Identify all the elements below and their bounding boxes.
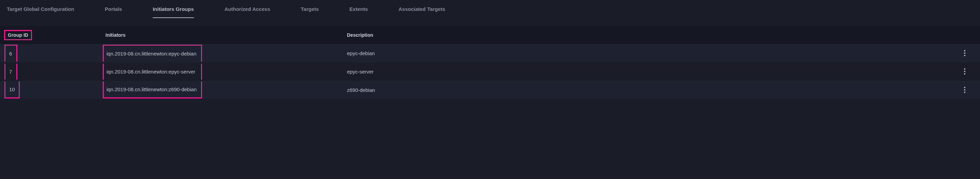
column-header-initiators[interactable]: Initiators <box>105 32 347 38</box>
cell-description: z690-debian <box>347 87 956 93</box>
tabs-bar: Target Global Configuration Portals Init… <box>0 0 980 18</box>
tab-target-global-configuration[interactable]: Target Global Configuration <box>7 0 74 18</box>
cell-group-id: 7 <box>5 64 18 80</box>
table-row[interactable]: 6 iqn.2019-08.cn.littlenewton:epyc-debia… <box>0 44 980 62</box>
tab-portals[interactable]: Portals <box>105 0 122 18</box>
tab-targets[interactable]: Targets <box>301 0 319 18</box>
tab-extents[interactable]: Extents <box>349 0 368 18</box>
table-header-row: Group ID Initiators Description <box>0 26 980 44</box>
cell-group-id: 10 <box>5 82 20 98</box>
row-actions-menu-icon[interactable] <box>961 68 968 75</box>
tab-authorized-access[interactable]: Authorized Access <box>224 0 270 18</box>
column-header-group-id[interactable]: Group ID <box>7 31 105 39</box>
tab-associated-targets[interactable]: Associated Targets <box>399 0 445 18</box>
cell-description: epyc-server <box>347 69 956 75</box>
cell-description: epyc-debian <box>347 50 956 56</box>
column-header-group-id-label: Group ID <box>4 30 32 40</box>
column-header-description[interactable]: Description <box>347 32 956 38</box>
table-row[interactable]: 7 iqn.2019-08.cn.littlenewton:epyc-serve… <box>0 62 980 81</box>
cell-group-id: 6 <box>5 45 18 62</box>
row-actions-menu-icon[interactable] <box>961 86 968 93</box>
cell-initiators: iqn.2019-08.cn.littlenewton:epyc-debian <box>103 45 202 62</box>
tab-initiators-groups[interactable]: Initiators Groups <box>153 0 194 18</box>
cell-initiators: iqn.2019-08.cn.littlenewton:z690-debian <box>103 82 202 98</box>
cell-initiators: iqn.2019-08.cn.littlenewton:epyc-server <box>103 64 202 80</box>
row-actions-menu-icon[interactable] <box>961 50 968 56</box>
table-row[interactable]: 10 iqn.2019-08.cn.littlenewton:z690-debi… <box>0 81 980 99</box>
initiators-table: Group ID Initiators Description 6 iqn.20… <box>0 26 980 99</box>
